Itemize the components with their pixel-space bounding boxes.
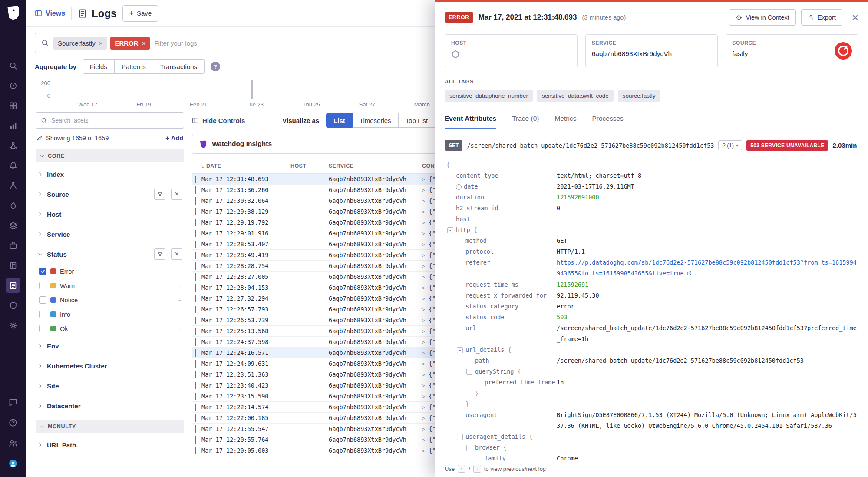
attribute-row[interactable]: { — [445, 159, 858, 170]
query-params-dropdown[interactable]: ? (1) ▾ — [718, 140, 742, 150]
collapse-toggle-icon[interactable]: - — [447, 227, 453, 233]
expand-caret-icon[interactable]: > — [422, 394, 425, 400]
facet-value-row[interactable]: Notice- — [36, 293, 184, 307]
settings-icon[interactable] — [6, 318, 20, 333]
column-header-date[interactable]: ↓DATE — [201, 162, 290, 169]
facet-row-kubernetes-cluster[interactable]: Kubernetes Cluster — [36, 356, 184, 376]
attribute-row[interactable]: idate2021-03-17T16:29:11GMT — [445, 181, 858, 192]
aggregate-option-fields[interactable]: Fields — [83, 59, 115, 74]
collapse-toggle-icon[interactable]: - — [457, 434, 463, 440]
attribute-row[interactable]: status_code503 — [445, 312, 858, 323]
visualize-top-list[interactable]: Top List — [399, 113, 436, 128]
infrastructure-icon[interactable] — [6, 98, 20, 113]
aggregate-option-patterns[interactable]: Patterns — [115, 59, 153, 74]
expand-caret-icon[interactable]: > — [422, 252, 425, 258]
facet-row-env[interactable]: Env — [36, 336, 184, 356]
attribute-row[interactable]: } — [445, 399, 858, 410]
aggregate-option-transactions[interactable]: Transactions — [153, 59, 205, 74]
attribute-row[interactable]: refererhttps://p.datadoghq.com/sb/1dc76d… — [445, 257, 858, 279]
save-button[interactable]: + Save — [122, 5, 158, 22]
tab-processes[interactable]: Processes — [592, 115, 623, 129]
expand-caret-icon[interactable]: > — [422, 198, 425, 204]
facet-value-row[interactable]: Ok- — [36, 321, 184, 336]
remove-filter-icon[interactable]: × — [99, 40, 103, 47]
watchdog-icon[interactable] — [6, 78, 20, 93]
expand-caret-icon[interactable]: > — [422, 350, 425, 356]
attribute-row[interactable]: h2_stream_id0 — [445, 203, 858, 214]
attribute-row[interactable]: -url_details { — [445, 344, 858, 355]
expand-caret-icon[interactable]: > — [422, 187, 425, 193]
expand-caret-icon[interactable]: > — [422, 339, 425, 345]
tag-pill[interactable]: source:fastly — [618, 90, 660, 102]
attribute-row[interactable]: -queryString { — [445, 366, 858, 377]
chat-icon[interactable] — [6, 395, 20, 410]
add-facet-button[interactable]: + Add — [165, 135, 183, 142]
search-icon[interactable] — [6, 58, 20, 73]
attribute-row[interactable]: content_typetext/html; charset=utf-8 — [445, 170, 858, 181]
expand-caret-icon[interactable]: > — [422, 285, 425, 291]
visualize-list[interactable]: List — [326, 113, 353, 128]
remove-facet-icon[interactable]: × — [171, 248, 182, 260]
help-icon[interactable] — [6, 415, 20, 430]
facet-checkbox[interactable] — [39, 325, 46, 332]
expand-caret-icon[interactable]: > — [422, 209, 425, 215]
facet-row-source[interactable]: Source× — [36, 184, 184, 204]
facet-checkbox[interactable] — [39, 311, 46, 318]
attribute-row[interactable]: status_categoryerror — [445, 301, 858, 312]
summary-card-service[interactable]: SERVICE6aqb7nb6893XtxBr9dycVh — [585, 34, 718, 67]
tab-trace-0-[interactable]: Trace (0) — [512, 115, 539, 129]
synthetics-icon[interactable] — [6, 178, 20, 193]
attribute-row[interactable]: request_x_forwarded_for92.119.45.30 — [445, 290, 858, 301]
attribute-row[interactable]: -useragent_details { — [445, 431, 858, 442]
apm-icon[interactable] — [6, 198, 20, 213]
integrations-icon[interactable] — [6, 238, 20, 253]
admin-icon[interactable] — [6, 436, 20, 450]
expand-caret-icon[interactable]: > — [422, 415, 425, 421]
expand-caret-icon[interactable]: > — [422, 274, 425, 280]
expand-caret-icon[interactable]: > — [422, 372, 425, 378]
expand-caret-icon[interactable]: > — [422, 361, 425, 367]
tag-pill[interactable]: sensitive_data:swift_code — [537, 90, 614, 102]
facet-checkbox[interactable] — [39, 268, 46, 275]
remove-filter-icon[interactable]: × — [142, 40, 146, 47]
column-header-service[interactable]: SERVICE — [329, 163, 422, 169]
summary-card-host[interactable]: HOST — [445, 34, 578, 67]
expand-caret-icon[interactable]: > — [422, 426, 425, 432]
facet-row-url-path-[interactable]: URL Path. — [36, 435, 184, 455]
expand-caret-icon[interactable]: > — [422, 448, 425, 454]
column-header-host[interactable]: HOST — [290, 163, 329, 169]
attribute-row[interactable]: path/screen/shared_batch_update/1dc76d2e… — [445, 355, 858, 366]
expand-caret-icon[interactable]: > — [422, 328, 425, 335]
attribute-row[interactable]: } — [445, 388, 858, 399]
view-in-context-button[interactable]: View in Context — [729, 9, 795, 26]
attribute-value[interactable]: https://p.datadoghq.com/sb/1dc76d2e2-571… — [557, 257, 858, 279]
help-icon[interactable]: ? — [211, 62, 220, 71]
tab-event-attributes[interactable]: Event Attributes — [445, 115, 496, 129]
facet-search-input[interactable]: Search facets — [36, 112, 184, 129]
search-filter-pill[interactable]: Source:fastly× — [53, 37, 107, 50]
hide-controls-button[interactable]: Hide Controls — [192, 117, 245, 124]
attribute-row[interactable]: preferred_time_frame1h — [445, 377, 858, 388]
facet-row-service[interactable]: Service — [36, 224, 184, 244]
attribute-row[interactable]: -browser { — [445, 442, 858, 453]
summary-card-source[interactable]: SOURCEfastly — [726, 34, 858, 67]
attribute-row[interactable]: duration121592691000 — [445, 192, 858, 203]
expand-caret-icon[interactable]: > — [422, 383, 425, 389]
facet-row-site[interactable]: Site — [36, 376, 184, 396]
attribute-row[interactable]: useragentBrightSign/D5E87E000866/7.1.53 … — [445, 410, 858, 431]
visualize-timeseries[interactable]: Timeseries — [353, 113, 399, 128]
tag-pill[interactable]: sensitive_data:phone_number — [445, 90, 533, 102]
attribute-row[interactable]: host — [445, 214, 858, 225]
expand-caret-icon[interactable]: > — [422, 318, 425, 324]
facet-section-header[interactable]: CORE — [36, 149, 184, 162]
collapse-toggle-icon[interactable]: - — [457, 347, 463, 353]
expand-caret-icon[interactable]: > — [422, 307, 425, 313]
security-icon[interactable] — [6, 298, 20, 313]
attribute-row[interactable]: url/screen/shared_batch_update/1dc76d2e2… — [445, 323, 858, 344]
expand-caret-icon[interactable]: > — [422, 242, 425, 248]
facet-row-datacenter[interactable]: Datacenter — [36, 396, 184, 416]
metrics-icon[interactable] — [6, 118, 20, 133]
attribute-row[interactable]: -http { — [445, 225, 858, 235]
datadog-logo[interactable] — [5, 4, 21, 21]
tab-metrics[interactable]: Metrics — [554, 115, 576, 129]
